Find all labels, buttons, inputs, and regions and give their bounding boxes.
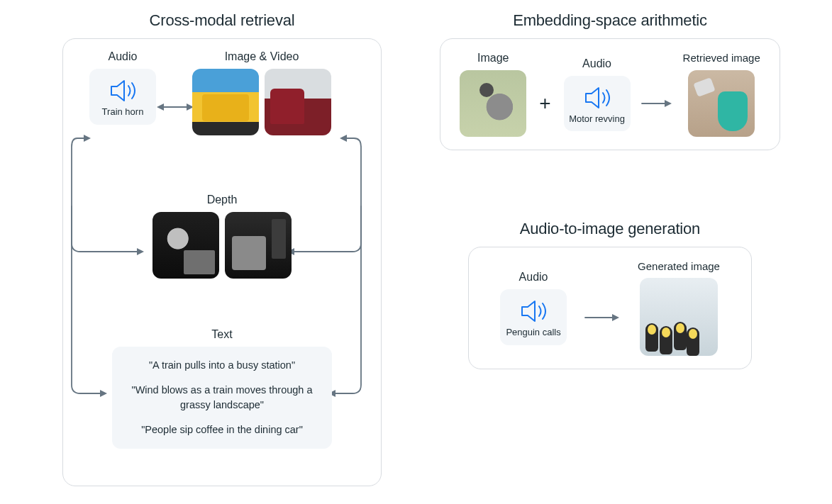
arith-retrieved-column: Retrieved image [683, 52, 760, 137]
plus-icon: + [536, 94, 553, 113]
audio-column: Audio Train horn [87, 50, 158, 125]
image-tile-red-train [265, 69, 331, 135]
arrow-right-icon [640, 95, 673, 112]
cross-modal-panel: Audio Train horn Image & Video [62, 38, 382, 486]
arith-retrieved-label: Retrieved image [683, 52, 760, 65]
a2i-generated-column: Generated image [638, 260, 720, 356]
audio-to-image-group: Audio-to-image generation Audio Penguin … [468, 220, 752, 369]
text-quote-3: "People sip coffee in the dining car" [141, 422, 303, 437]
depth-label: Depth [207, 194, 238, 206]
image-tile-generated-penguins [640, 278, 718, 356]
audio-tile-train-horn: Train horn [89, 69, 156, 125]
arith-audio-column: Audio Motor revving [564, 57, 631, 132]
speaker-icon [582, 86, 613, 110]
text-column: Text "A train pulls into a busy station"… [63, 328, 381, 449]
cross-modal-title: Cross-modal retrieval [62, 11, 382, 30]
svg-marker-6 [340, 135, 347, 142]
audio-caption: Train horn [102, 107, 144, 118]
audio-label: Audio [109, 50, 138, 63]
embedding-arithmetic-title: Embedding-space arithmetic [440, 11, 780, 30]
text-examples-block: "A train pulls into a busy station" "Win… [112, 347, 332, 449]
a2i-audio-caption: Penguin calls [506, 327, 560, 338]
speaker-icon [107, 79, 138, 103]
svg-marker-10 [665, 100, 672, 107]
svg-marker-12 [612, 314, 619, 321]
audio-tile-motor: Motor revving [564, 76, 631, 132]
audio-to-image-panel: Audio Penguin calls Generated image [468, 247, 752, 369]
image-tile-yellow-train [192, 69, 259, 135]
svg-marker-3 [84, 135, 91, 142]
audio-tile-penguin: Penguin calls [500, 289, 567, 345]
depth-column: Depth [63, 194, 381, 279]
audio-to-image-title: Audio-to-image generation [468, 220, 752, 238]
arith-image-label: Image [477, 52, 509, 65]
arith-audio-caption: Motor revving [569, 114, 625, 125]
depth-tile-2 [225, 212, 292, 279]
arrow-right-icon [584, 309, 621, 326]
embedding-arithmetic-panel: Image + Audio Motor revving [440, 38, 780, 150]
text-quote-1: "A train pulls into a busy station" [149, 358, 295, 373]
a2i-audio-column: Audio Penguin calls [500, 271, 567, 345]
a2i-audio-label: Audio [519, 271, 548, 284]
depth-tile-1 [152, 212, 219, 279]
image-video-label: Image & Video [225, 50, 299, 63]
image-tile-pigeon [460, 70, 526, 137]
arith-audio-label: Audio [582, 57, 611, 70]
speaker-icon [518, 299, 549, 323]
text-label: Text [211, 328, 232, 341]
image-video-column: Image & Video [192, 50, 331, 135]
arith-image-column: Image [460, 52, 526, 137]
cross-modal-retrieval-group: Cross-modal retrieval Audio [62, 11, 382, 486]
embedding-arithmetic-group: Embedding-space arithmetic Image + Audio… [440, 11, 780, 150]
a2i-generated-label: Generated image [638, 260, 720, 272]
image-tile-retrieved-scooter-birds [688, 70, 755, 137]
text-quote-2: "Wind blows as a train moves through a g… [126, 383, 318, 413]
